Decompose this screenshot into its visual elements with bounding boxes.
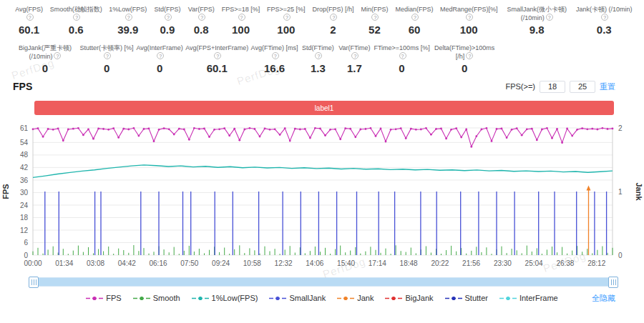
stat: Smooth(稳帧指数)?0.6 xyxy=(47,6,105,36)
help-icon[interactable]: ? xyxy=(157,52,164,59)
help-icon[interactable]: ? xyxy=(198,14,205,21)
hide-all-link[interactable]: 全隐藏 xyxy=(592,293,615,304)
stat-value: 100 xyxy=(263,24,308,36)
stat: Avg(InterFrame)?0 xyxy=(135,44,185,74)
x-axis-tick: 23:30 xyxy=(494,259,512,267)
help-icon[interactable]: ? xyxy=(330,14,337,21)
x-axis-tick: 12:32 xyxy=(275,259,293,267)
series-1-Low-FPS- xyxy=(33,165,613,178)
stat-label: Median(FPS)? xyxy=(392,6,437,23)
x-axis-tick: 21:56 xyxy=(462,259,480,267)
stat-label: Drop(FPS) [/h]? xyxy=(309,6,358,23)
legend-item-1-Low-FPS-[interactable]: 1%Low(FPS) xyxy=(192,294,258,302)
chart-legend: FPSSmooth1%Low(FPS)SmallJankJankBigJankS… xyxy=(0,292,644,304)
stat-label: FTime>=100ms [%]? xyxy=(373,44,431,61)
legend-item-Jank[interactable]: Jank xyxy=(337,294,374,302)
help-icon[interactable]: ? xyxy=(371,14,379,21)
stat-value: 60.1 xyxy=(11,24,47,36)
help-icon[interactable]: ? xyxy=(411,14,419,21)
help-icon[interactable]: ? xyxy=(399,52,406,59)
help-icon[interactable]: ? xyxy=(73,14,80,21)
stat-value: 52 xyxy=(357,24,391,36)
legend-item-Smooth[interactable]: Smooth xyxy=(133,294,180,302)
y-axis-tick-left: 24 xyxy=(20,202,29,209)
help-icon[interactable]: ? xyxy=(351,52,358,59)
x-axis-tick: 06:16 xyxy=(149,259,167,267)
stat: FTime>=100ms [%]?0 xyxy=(373,44,431,74)
stat-value: 16.6 xyxy=(249,62,299,74)
fps-section-header: FPS FPS(>=) 重置 xyxy=(0,79,644,94)
help-icon[interactable]: ? xyxy=(315,52,322,59)
stat-label: Std(FPS)? xyxy=(150,6,184,23)
legend-item-BigJank[interactable]: BigJank xyxy=(385,294,433,302)
stat-value: 0.6 xyxy=(47,24,105,36)
legend-marker xyxy=(269,296,286,301)
perfdog-report: Avg(FPS)?60.1Smooth(稳帧指数)?0.61%Low(FPS)?… xyxy=(0,0,644,323)
x-axis-tick: 10:58 xyxy=(243,259,261,267)
y-axis-tick-left: 48 xyxy=(20,151,29,159)
help-icon[interactable]: ? xyxy=(272,52,279,59)
performance-chart: 0612182430364248546101200:0001:3403:0804… xyxy=(0,119,644,272)
fps-filter-label: FPS(>=) xyxy=(505,82,535,91)
help-icon[interactable]: ? xyxy=(466,14,473,21)
fps-threshold-input-2[interactable] xyxy=(570,81,595,93)
help-icon[interactable]: ? xyxy=(165,14,172,21)
datazoom-scrollbar[interactable] xyxy=(33,277,614,287)
datazoom-right-handle[interactable] xyxy=(608,277,618,288)
stat-label: FPS>=18 [%]? xyxy=(218,6,263,23)
legend-item-InterFrame[interactable]: InterFrame xyxy=(499,294,558,302)
stat-label: Delta(FTime)>100ms [/h]? xyxy=(431,44,498,61)
stat-value: 39.9 xyxy=(105,24,150,36)
series-FPS xyxy=(32,127,614,148)
y-axis-tick-left: 30 xyxy=(20,189,29,197)
stats-row-1: Avg(FPS)?60.1Smooth(稳帧指数)?0.61%Low(FPS)?… xyxy=(0,0,644,36)
help-icon[interactable]: ? xyxy=(601,14,608,21)
stat: Delta(FTime)>100ms [/h]?0 xyxy=(431,44,498,74)
datazoom-selected-range[interactable] xyxy=(34,278,613,286)
y-axis-tick-left: 6 xyxy=(24,239,28,247)
help-icon[interactable]: ? xyxy=(214,52,221,59)
help-icon[interactable]: ? xyxy=(125,14,132,21)
fps-threshold-input-1[interactable] xyxy=(540,81,565,93)
legend-label: FPS xyxy=(106,294,121,302)
legend-item-Stutter[interactable]: Stutter xyxy=(445,294,488,302)
stat-value: 0.8 xyxy=(185,24,218,36)
stat-value: 0 xyxy=(79,62,135,74)
help-icon[interactable]: ? xyxy=(104,52,111,59)
stat-label: BigJank(严重卡顿) (/10min)? xyxy=(11,44,79,61)
help-icon[interactable]: ? xyxy=(546,14,553,21)
x-axis-tick: 07:50 xyxy=(180,259,198,267)
legend-label: Smooth xyxy=(153,294,180,302)
y-axis-tick-left: 18 xyxy=(20,214,29,222)
stat-value: 100 xyxy=(436,24,500,36)
legend-marker xyxy=(86,296,103,301)
stat: Var(FTime)?1.7 xyxy=(336,44,373,74)
legend-label: Jank xyxy=(357,294,374,302)
stat: Stutter(卡顿率) [%]?0 xyxy=(79,44,135,74)
y-axis-tick-left: 0 xyxy=(24,252,28,259)
help-icon[interactable]: ? xyxy=(466,52,473,59)
stat: Var(FPS)?0.8 xyxy=(185,6,218,36)
label-banner: label1 xyxy=(34,101,614,115)
legend-item-FPS[interactable]: FPS xyxy=(86,294,121,302)
stat-label: 1%Low(FPS)? xyxy=(105,6,150,23)
x-axis-tick: 26:38 xyxy=(556,259,574,267)
x-axis-tick: 20:22 xyxy=(431,259,449,267)
help-icon[interactable]: ? xyxy=(238,14,245,21)
datazoom-left-handle[interactable] xyxy=(29,277,39,288)
legend-item-SmallJank[interactable]: SmallJank xyxy=(269,294,326,302)
help-icon[interactable]: ? xyxy=(26,14,34,21)
stat-value: 60 xyxy=(392,24,437,36)
reset-button[interactable]: 重置 xyxy=(600,81,615,92)
x-axis-tick: 00:00 xyxy=(24,259,42,267)
x-axis-tick: 25:04 xyxy=(525,259,543,267)
fps-filter-controls: FPS(>=) 重置 xyxy=(505,81,615,93)
legend-label: Stutter xyxy=(465,294,488,302)
help-icon[interactable]: ? xyxy=(54,52,61,59)
y-axis-title-right: Jank xyxy=(635,182,643,201)
series-Smooth xyxy=(33,245,613,255)
stat-value: 1.7 xyxy=(336,62,373,74)
stat-label: Min(FPS)? xyxy=(357,6,391,23)
y-axis-tick-left: 12 xyxy=(20,227,29,234)
help-icon[interactable]: ? xyxy=(283,14,291,21)
